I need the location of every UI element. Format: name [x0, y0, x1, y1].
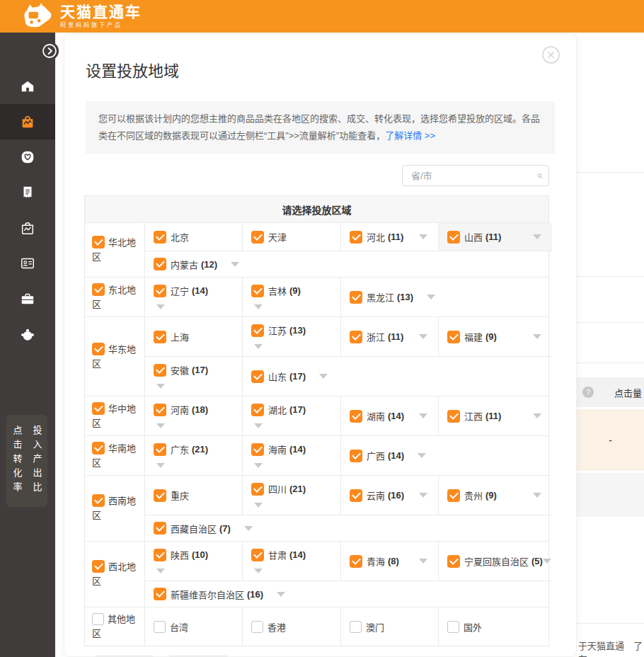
caret-down-icon[interactable]: [419, 493, 427, 498]
province-cell[interactable]: 青海(8): [341, 542, 439, 581]
checkbox[interactable]: [447, 231, 460, 244]
caret-down-icon[interactable]: [427, 295, 435, 299]
caret-down-icon[interactable]: [254, 503, 263, 508]
checkbox[interactable]: [447, 489, 460, 502]
checkbox[interactable]: [350, 231, 362, 244]
caret-down-icon[interactable]: [533, 234, 541, 239]
province-cell[interactable]: 上海: [145, 317, 243, 356]
checkbox[interactable]: [92, 283, 105, 296]
checkbox[interactable]: [251, 621, 263, 633]
province-cell[interactable]: 澳门: [341, 607, 439, 646]
dialog-close-button[interactable]: [541, 45, 560, 64]
province-cell[interactable]: 内蒙古(12): [145, 251, 552, 277]
caret-down-icon[interactable]: [543, 559, 551, 564]
bg-footer-text[interactable]: 于天猫直通车: [578, 639, 633, 657]
region-cell[interactable]: 西北地区: [85, 542, 145, 607]
province-cell[interactable]: 吉林(9): [243, 278, 341, 316]
checkbox[interactable]: [154, 443, 166, 456]
checkbox[interactable]: [447, 555, 460, 568]
caret-down-icon[interactable]: [156, 569, 165, 573]
caret-down-icon[interactable]: [419, 334, 427, 339]
checkbox[interactable]: [154, 549, 166, 561]
caret-down-icon[interactable]: [156, 423, 165, 428]
checkbox[interactable]: [350, 291, 362, 304]
checkbox[interactable]: [447, 410, 460, 423]
caret-down-icon[interactable]: [533, 493, 541, 498]
caret-down-icon[interactable]: [156, 463, 165, 468]
region-cell[interactable]: 东北地区: [85, 278, 145, 316]
checkbox[interactable]: [251, 404, 264, 416]
checkbox[interactable]: [154, 258, 166, 270]
caret-down-icon[interactable]: [277, 592, 285, 597]
sidebar-item-account[interactable]: [0, 246, 55, 281]
checkbox[interactable]: [92, 560, 105, 573]
caret-down-icon[interactable]: [244, 526, 253, 531]
province-cell[interactable]: 云南(16): [341, 476, 439, 515]
checkbox[interactable]: [154, 364, 166, 377]
checkbox[interactable]: [350, 450, 362, 462]
province-cell[interactable]: 安徽(17): [145, 357, 243, 396]
caret-down-icon[interactable]: [254, 344, 263, 349]
province-cell[interactable]: 福建(9): [439, 317, 552, 356]
caret-down-icon[interactable]: [254, 463, 263, 468]
checkbox[interactable]: [350, 621, 362, 633]
caret-down-icon[interactable]: [254, 304, 263, 309]
sidebar-item-assistant[interactable]: [0, 316, 55, 352]
province-cell[interactable]: 山西(11): [439, 223, 552, 251]
checkbox[interactable]: [350, 555, 362, 568]
checkbox[interactable]: [154, 404, 166, 416]
province-cell[interactable]: 贵州(9): [439, 476, 552, 515]
checkbox[interactable]: [251, 443, 264, 456]
checkbox[interactable]: [154, 231, 166, 244]
checkbox[interactable]: [92, 343, 105, 355]
checkbox[interactable]: [251, 324, 264, 337]
region-cell[interactable]: 其他地区: [85, 607, 145, 646]
province-cell[interactable]: 西藏自治区(7): [145, 515, 552, 541]
caret-down-icon[interactable]: [419, 413, 427, 418]
checkbox[interactable]: [350, 410, 362, 423]
caret-down-icon[interactable]: [419, 559, 427, 564]
checkbox[interactable]: [447, 621, 459, 633]
province-search-box[interactable]: [402, 165, 549, 186]
province-cell[interactable]: 四川(21): [243, 476, 341, 515]
sidebar-metrics-panel[interactable]: 点击转化率 投入产出比: [6, 415, 47, 507]
province-cell[interactable]: 辽宁(14): [145, 278, 243, 316]
province-cell[interactable]: 河北(11): [341, 223, 439, 251]
checkbox[interactable]: [251, 285, 264, 297]
sidebar-expand-button[interactable]: [40, 42, 59, 60]
learn-more-link[interactable]: 了解详情 >>: [385, 130, 435, 141]
province-cell[interactable]: 广西(14): [341, 436, 552, 475]
caret-down-icon[interactable]: [156, 384, 165, 389]
checkbox[interactable]: [154, 621, 166, 633]
sidebar-item-shop[interactable]: [0, 210, 55, 246]
checkbox[interactable]: [251, 231, 264, 244]
checkbox[interactable]: [154, 522, 166, 535]
caret-down-icon[interactable]: [319, 374, 328, 379]
region-cell[interactable]: 华东地区: [85, 317, 145, 396]
province-cell[interactable]: 新疆维吾尔自治区(16): [145, 581, 552, 607]
caret-down-icon[interactable]: [254, 569, 263, 573]
province-cell[interactable]: 香港: [243, 607, 341, 646]
checkbox[interactable]: [251, 549, 264, 561]
brand-logo[interactable]: 天猫直通车 阿里妈妈旗下产品: [21, 3, 142, 30]
caret-down-icon[interactable]: [533, 413, 541, 418]
province-cell[interactable]: 宁夏回族自治区(5): [439, 542, 552, 581]
caret-down-icon[interactable]: [231, 262, 239, 267]
sidebar-item-toolbox[interactable]: [0, 281, 55, 316]
region-cell[interactable]: 华中地区: [85, 396, 145, 435]
caret-down-icon[interactable]: [419, 234, 427, 239]
checkbox[interactable]: [251, 370, 264, 383]
search-icon[interactable]: [537, 170, 543, 182]
province-cell[interactable]: 甘肃(14): [243, 542, 341, 581]
checkbox[interactable]: [350, 489, 362, 502]
province-cell[interactable]: 海南(14): [243, 436, 341, 475]
checkbox[interactable]: [92, 236, 105, 248]
caret-down-icon[interactable]: [418, 453, 426, 458]
region-cell[interactable]: 西南地区: [85, 476, 145, 541]
checkbox[interactable]: [92, 402, 105, 415]
caret-down-icon[interactable]: [254, 423, 263, 428]
province-cell[interactable]: 天津: [243, 223, 341, 251]
region-cell[interactable]: 华南地区: [85, 436, 145, 475]
sidebar-item-favorites[interactable]: [0, 139, 55, 175]
caret-down-icon[interactable]: [156, 304, 165, 309]
